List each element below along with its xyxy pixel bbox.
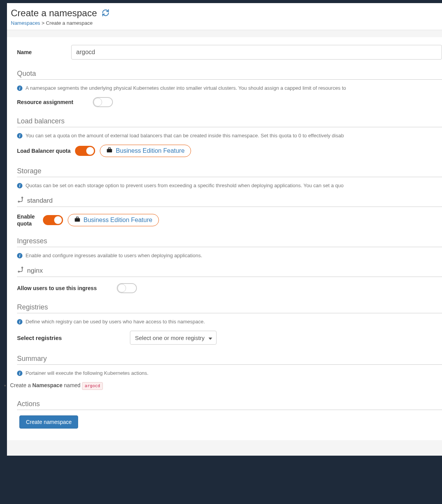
ingresses-info-text: Enable and configure ingresses available…: [26, 253, 202, 258]
section-summary: Summary: [17, 355, 442, 365]
svg-rect-5: [76, 217, 78, 218]
summary-kind: Namespace: [32, 382, 63, 388]
refresh-icon[interactable]: [102, 9, 109, 18]
lb-quota-toggle[interactable]: [75, 146, 95, 156]
name-label: Name: [17, 49, 71, 55]
storage-info-text: Quotas can be set on each storage option…: [26, 183, 343, 188]
section-loadbalancers: Load balancers: [17, 117, 442, 127]
info-icon: i: [17, 133, 22, 138]
resource-assignment-toggle[interactable]: [93, 97, 113, 107]
select-placeholder: Select one or more registry: [135, 335, 205, 341]
storage-class-name: standard: [27, 197, 53, 205]
summary-prefix: Create a: [10, 382, 32, 388]
resource-assignment-label: Resource assignment: [17, 99, 88, 105]
business-edition-badge[interactable]: Business Edition Feature: [100, 145, 191, 157]
svg-rect-0: [107, 149, 112, 152]
svg-rect-4: [75, 219, 80, 222]
route-icon: [17, 196, 24, 205]
create-namespace-button[interactable]: Create namespace: [19, 415, 78, 429]
loadbalancers-info-text: You can set a quota on the amount of ext…: [26, 133, 344, 138]
business-edition-badge[interactable]: Business Edition Feature: [68, 214, 159, 226]
route-icon: [17, 266, 24, 275]
info-icon: i: [17, 85, 22, 91]
svg-rect-1: [109, 148, 111, 149]
summary-info-text: Portainer will execute the following Kub…: [26, 370, 148, 376]
breadcrumb-link-namespaces[interactable]: Namespaces: [11, 20, 40, 26]
registries-info-text: Define which registry can be used by use…: [26, 319, 205, 325]
section-quota: Quota: [17, 70, 442, 80]
ingress-controller-name: nginx: [27, 267, 43, 275]
info-icon: i: [17, 183, 22, 188]
briefcase-icon: [74, 217, 80, 224]
section-storage: Storage: [17, 167, 442, 177]
enable-quota-toggle[interactable]: [43, 215, 63, 225]
select-registries-label: Select registries: [17, 335, 125, 341]
info-icon: i: [17, 371, 22, 376]
summary-mid: named: [62, 382, 82, 388]
page-title: Create a namespace: [11, 8, 97, 19]
caret-down-icon: [208, 335, 212, 341]
page-header: Create a namespace Namespaces > Create a…: [7, 3, 442, 30]
be-label: Business Edition Feature: [116, 147, 184, 154]
breadcrumb-current: Create a namespace: [46, 20, 93, 26]
allow-ingress-label: Allow users to use this ingress: [17, 285, 112, 291]
briefcase-icon: [106, 147, 113, 154]
section-ingresses: Ingresses: [17, 237, 442, 247]
be-label: Business Edition Feature: [84, 217, 152, 224]
breadcrumb: Namespaces > Create a namespace: [11, 20, 438, 26]
name-input[interactable]: [71, 45, 442, 60]
info-icon: i: [17, 319, 22, 325]
summary-namespace-name: argocd: [82, 382, 103, 390]
lb-quota-label: Load Balancer quota: [17, 148, 70, 154]
quota-info-text: A namespace segments the underlying phys…: [26, 85, 346, 91]
section-registries: Registries: [17, 303, 442, 313]
breadcrumb-sep: >: [40, 20, 46, 26]
summary-item: Create a Namespace named argocd: [10, 382, 442, 390]
allow-ingress-toggle[interactable]: [117, 283, 137, 293]
section-actions: Actions: [17, 400, 442, 410]
enable-quota-label: Enable quota: [17, 213, 38, 227]
select-registries-dropdown[interactable]: Select one or more registry: [130, 331, 217, 345]
info-icon: i: [17, 253, 22, 258]
